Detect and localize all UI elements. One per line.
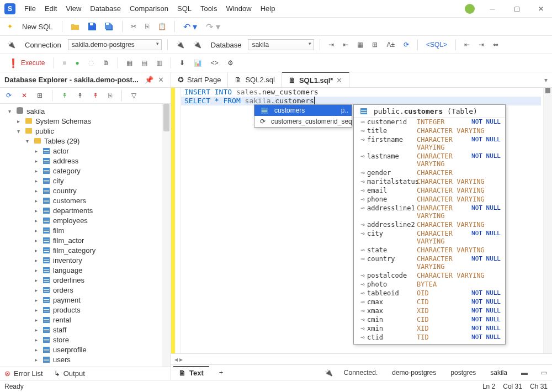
edit-conn-icon[interactable]: ↟ bbox=[90, 90, 101, 101]
tree-table-film_category[interactable]: ▸film_category bbox=[0, 245, 171, 255]
editor-hscroll[interactable]: ◂ ▸ bbox=[171, 353, 552, 364]
result-tab-text[interactable]: 🗎Text bbox=[173, 366, 209, 379]
tree-table-address[interactable]: ▸address bbox=[0, 156, 171, 166]
tab-sql1[interactable]: 🗎SQL1.sql*✕ bbox=[282, 72, 349, 87]
tab-close-icon[interactable]: ✕ bbox=[336, 76, 342, 84]
open-icon[interactable] bbox=[68, 21, 82, 32]
tree-table-country[interactable]: ▸country bbox=[0, 186, 171, 195]
tree-table-rental[interactable]: ▸rental bbox=[0, 315, 171, 325]
autocomplete-popup[interactable]: customers p.. ⟳ customers_customerid_seq… bbox=[254, 104, 352, 128]
duplicate-icon[interactable]: ⎘ bbox=[105, 90, 115, 101]
commit-icon[interactable]: ● bbox=[73, 57, 82, 68]
settings-icon[interactable]: ⚙ bbox=[225, 57, 236, 68]
minimize-button[interactable]: ─ bbox=[486, 2, 499, 15]
refresh-icon[interactable]: ⟳ bbox=[401, 39, 412, 50]
stop-icon[interactable]: ■ bbox=[60, 57, 69, 68]
tree-table-departments[interactable]: ▸departments bbox=[0, 205, 171, 215]
undo-icon[interactable]: ↶ ▾ bbox=[181, 20, 200, 34]
copy-icon[interactable]: ⎘ bbox=[142, 21, 152, 32]
font-icon[interactable]: A± bbox=[384, 39, 397, 50]
chart-icon[interactable]: 📊 bbox=[191, 57, 205, 68]
tree-table-orders[interactable]: ▸orders bbox=[0, 285, 171, 295]
menu-edit[interactable]: Edit bbox=[40, 4, 61, 13]
expand-icon[interactable]: ⊞ bbox=[34, 90, 45, 101]
layout3-icon[interactable]: ▥ bbox=[153, 57, 165, 68]
tree-scrollbar[interactable] bbox=[162, 104, 171, 367]
tabs-overflow-icon[interactable]: ▾ bbox=[540, 76, 552, 84]
menu-help[interactable]: Help bbox=[256, 4, 280, 13]
align-right-icon[interactable]: ⇥ bbox=[476, 39, 487, 50]
result-tab-add[interactable]: + bbox=[214, 367, 229, 378]
tree-table-inventory[interactable]: ▸inventory bbox=[0, 255, 171, 265]
autocomplete-item-sequence[interactable]: ⟳ customers_customerid_seq p.. bbox=[254, 116, 352, 127]
output-button[interactable]: ↳Output bbox=[54, 369, 85, 378]
remove-connection-icon[interactable]: 🔌 bbox=[190, 39, 204, 50]
error-list-button[interactable]: ⊗Error List bbox=[4, 369, 43, 378]
rollback-icon[interactable]: ◌ bbox=[86, 57, 97, 68]
menu-view[interactable]: View bbox=[61, 4, 86, 13]
format-icon[interactable]: ⊞ bbox=[369, 39, 380, 50]
menu-sql[interactable]: SQL bbox=[173, 4, 196, 13]
filter-icon[interactable]: ▽ bbox=[129, 90, 139, 101]
editor-line-1[interactable]: INSERT INTO sales.new_customers bbox=[181, 88, 541, 97]
code-icon[interactable]: <> bbox=[208, 57, 221, 68]
connection-dropdown[interactable]: sakila.demo-postgres bbox=[68, 39, 162, 50]
tree-schema-public[interactable]: ▾public bbox=[0, 126, 171, 136]
collapse-icon[interactable]: ✕ bbox=[19, 90, 30, 101]
tree-table-store[interactable]: ▸store bbox=[0, 335, 171, 345]
autocomplete-item-customers[interactable]: customers p.. bbox=[254, 105, 352, 116]
editor-scrollbar[interactable] bbox=[543, 88, 552, 353]
redo-icon[interactable]: ↷ ▾ bbox=[203, 20, 222, 34]
tree-table-city[interactable]: ▸city bbox=[0, 176, 171, 186]
tree-table-category[interactable]: ▸category bbox=[0, 166, 171, 176]
del-conn-icon[interactable]: ↟ bbox=[75, 90, 86, 101]
tree-table-employees[interactable]: ▸employees bbox=[0, 215, 171, 225]
database-dropdown[interactable]: sakila bbox=[248, 39, 314, 50]
sql-profiler-icon[interactable]: <SQL> bbox=[423, 39, 450, 50]
new-sql-button[interactable]: New SQL bbox=[19, 21, 56, 33]
tree-table-language[interactable]: ▸language bbox=[0, 265, 171, 275]
menu-comparison[interactable]: Comparison bbox=[125, 4, 173, 13]
tree-tables-folder[interactable]: ▾Tables (29) bbox=[0, 136, 171, 146]
object-tree[interactable]: ▾sakila▸System Schemas▾public▾Tables (29… bbox=[0, 104, 171, 367]
tree-table-userprofile[interactable]: ▸userprofile bbox=[0, 345, 171, 354]
panel-close-icon[interactable]: ✕ bbox=[156, 76, 166, 84]
tree-table-products[interactable]: ▸products bbox=[0, 305, 171, 315]
tree-db-sakila[interactable]: ▾sakila bbox=[0, 106, 171, 116]
menu-window[interactable]: Window bbox=[221, 4, 256, 13]
connection-icon[interactable]: 🔌 bbox=[4, 39, 18, 50]
tree-table-film_actor[interactable]: ▸film_actor bbox=[0, 235, 171, 245]
outdent-icon[interactable]: ⇤ bbox=[340, 39, 351, 50]
new-conn-icon[interactable]: ↟ bbox=[59, 90, 70, 101]
tree-table-customers[interactable]: ▸customers bbox=[0, 195, 171, 205]
pin-icon[interactable]: 📌 bbox=[142, 76, 156, 84]
align-left-icon[interactable]: ⇤ bbox=[461, 39, 473, 50]
user-avatar[interactable] bbox=[465, 4, 475, 14]
database-explorer-panel[interactable]: Database Explorer - sakila.demo-post... … bbox=[0, 72, 171, 380]
maximize-button[interactable]: ▢ bbox=[510, 2, 523, 15]
save-icon[interactable] bbox=[86, 21, 99, 32]
add-connection-icon[interactable]: 🔌 bbox=[173, 39, 187, 50]
align-center-icon[interactable]: ⇔ bbox=[490, 39, 501, 50]
history-icon[interactable]: 🗎 bbox=[100, 57, 112, 68]
zap-icon[interactable]: ✦ bbox=[4, 21, 15, 32]
paste-icon[interactable]: 📋 bbox=[155, 21, 169, 32]
tree-table-staff[interactable]: ▸staff bbox=[0, 325, 171, 335]
tree-table-orderlines[interactable]: ▸orderlines bbox=[0, 275, 171, 285]
sql-editor[interactable]: INSERT INTO sales.new_customers SELECT *… bbox=[171, 88, 552, 353]
menu-tools[interactable]: Tools bbox=[196, 4, 221, 13]
refresh-tree-icon[interactable]: ⟳ bbox=[3, 90, 14, 101]
tree-table-actor[interactable]: ▸actor bbox=[0, 146, 171, 156]
close-button[interactable]: ✕ bbox=[534, 2, 548, 15]
menu-database[interactable]: Database bbox=[86, 4, 125, 13]
tree-system-schemas[interactable]: ▸System Schemas bbox=[0, 116, 171, 126]
layout-toggle-1[interactable]: ▬ bbox=[518, 367, 530, 378]
export-icon[interactable]: ⬇ bbox=[177, 57, 188, 68]
layout-toggle-2[interactable]: ▭ bbox=[538, 367, 550, 378]
tree-table-payment[interactable]: ▸payment bbox=[0, 295, 171, 305]
cut-icon[interactable]: ✂ bbox=[128, 21, 139, 32]
layout1-icon[interactable]: ▦ bbox=[124, 57, 135, 68]
tree-table-users[interactable]: ▸users bbox=[0, 354, 171, 364]
execute-button[interactable]: ❗Execute bbox=[4, 56, 48, 70]
grid-icon[interactable]: ▦ bbox=[354, 39, 366, 50]
